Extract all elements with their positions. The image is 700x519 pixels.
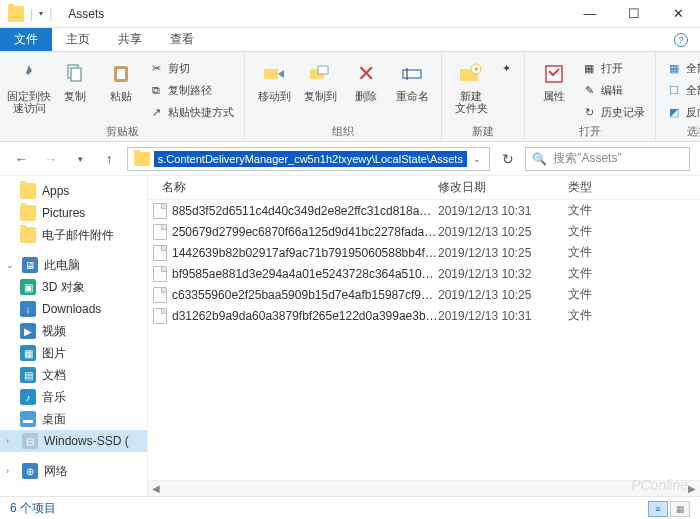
sidebar-item-apps[interactable]: Apps (0, 180, 147, 202)
details-view-button[interactable]: ≡ (648, 501, 668, 517)
open-button[interactable]: ▦打开 (579, 58, 647, 78)
svg-rect-4 (264, 69, 278, 79)
new-folder-button[interactable]: ✦新建 文件夹 (450, 56, 492, 114)
history-button[interactable]: ↻历史记录 (579, 102, 647, 122)
sidebar-item-desktop[interactable]: ▬桌面 (0, 408, 147, 430)
column-type[interactable]: 类型 (568, 179, 700, 196)
close-button[interactable]: ✕ (656, 0, 700, 28)
file-row[interactable]: c63355960e2f25baa5909b15d7e4afb15987cf96… (148, 284, 700, 305)
properties-button[interactable]: 属性 (533, 56, 575, 102)
svg-rect-7 (403, 70, 421, 78)
titlebar: | ▾ | Assets — ☐ ✕ (0, 0, 700, 28)
file-icon (153, 308, 167, 324)
chevron-right-icon[interactable]: › (6, 436, 16, 446)
invert-selection-button[interactable]: ◩反向选择 (664, 102, 700, 122)
path-icon: ⧉ (148, 82, 164, 98)
address-dropdown[interactable]: ⌄ (467, 154, 487, 164)
recent-locations-button[interactable]: ▾ (68, 147, 91, 171)
cut-button[interactable]: ✂剪切 (146, 58, 236, 78)
address-path[interactable]: s.ContentDeliveryManager_cw5n1h2txyewy\L… (154, 151, 467, 167)
chevron-right-icon[interactable]: › (6, 466, 16, 476)
drive-icon: ⊟ (22, 433, 38, 449)
pc-icon: 🖥 (22, 257, 38, 273)
new-item-button[interactable]: ✦ (496, 58, 516, 78)
svg-text:✦: ✦ (473, 65, 480, 74)
sidebar-item-music[interactable]: ♪音乐 (0, 386, 147, 408)
refresh-button[interactable]: ↻ (496, 147, 519, 171)
edit-button[interactable]: ✎编辑 (579, 80, 647, 100)
sidebar-item-downloads[interactable]: ↓Downloads (0, 298, 147, 320)
file-icon (153, 224, 167, 240)
tab-file[interactable]: 文件 (0, 28, 52, 51)
rename-button[interactable]: 重命名 (391, 56, 433, 102)
file-list-pane: 名称 修改日期 类型 885d3f52d6511c4d40c349d2e8e2f… (148, 176, 700, 496)
paste-button[interactable]: 粘贴 (100, 56, 142, 102)
file-type: 文件 (568, 244, 700, 261)
ribbon: 固定到快 速访问 复制 粘贴 ✂剪切 ⧉复制路径 ↗粘贴快捷方式 剪贴板 移动到… (0, 52, 700, 142)
folder-icon (20, 183, 36, 199)
copy-button[interactable]: 复制 (54, 56, 96, 102)
separator: | (30, 7, 33, 21)
file-name: d31262b9a9da60a3879fbf265e122d0a399ae3b6… (172, 309, 438, 323)
select-none-button[interactable]: ☐全部取消 (664, 80, 700, 100)
delete-button[interactable]: ✕删除 (345, 56, 387, 102)
file-type: 文件 (568, 223, 700, 240)
group-new-label: 新建 (450, 122, 516, 139)
column-name[interactable]: 名称 (148, 179, 438, 196)
search-icon: 🔍 (532, 152, 547, 166)
folder-icon (20, 205, 36, 221)
sidebar-item-ssd[interactable]: ›⊟Windows-SSD ( (0, 430, 147, 452)
sidebar-item-3d[interactable]: ▣3D 对象 (0, 276, 147, 298)
new-icon: ✦ (498, 60, 514, 76)
file-row[interactable]: 885d3f52d6511c4d40c349d2e8e2ffc31cd818a4… (148, 200, 700, 221)
address-bar[interactable]: s.ContentDeliveryManager_cw5n1h2txyewy\L… (127, 147, 490, 171)
svg-rect-6 (318, 66, 328, 74)
file-list[interactable]: 885d3f52d6511c4d40c349d2e8e2ffc31cd818a4… (148, 200, 700, 480)
chevron-down-icon[interactable]: ⌄ (6, 260, 16, 270)
column-date[interactable]: 修改日期 (438, 179, 568, 196)
horizontal-scrollbar[interactable]: ◀▶ (148, 480, 700, 496)
sidebar-item-mail[interactable]: 电子邮件附件 (0, 224, 147, 246)
icons-view-button[interactable]: ▦ (670, 501, 690, 517)
select-all-button[interactable]: ▦全部选择 (664, 58, 700, 78)
file-name: 1442639b82b02917af9ac71b79195060588bb4fa… (172, 246, 438, 260)
file-row[interactable]: 1442639b82b02917af9ac71b79195060588bb4fa… (148, 242, 700, 263)
svg-rect-1 (71, 68, 81, 81)
file-icon (153, 287, 167, 303)
moveto-icon (260, 60, 288, 88)
up-button[interactable]: ↑ (98, 147, 121, 171)
sidebar-item-network[interactable]: ›⊕网络 (0, 460, 147, 482)
pin-to-quick-access-button[interactable]: 固定到快 速访问 (8, 56, 50, 114)
sidebar-item-videos[interactable]: ▶视频 (0, 320, 147, 342)
sidebar-item-docs[interactable]: ▤文档 (0, 364, 147, 386)
sidebar-item-pictures[interactable]: Pictures (0, 202, 147, 224)
search-box[interactable]: 🔍 搜索"Assets" (525, 147, 690, 171)
paste-shortcut-button[interactable]: ↗粘贴快捷方式 (146, 102, 236, 122)
copy-path-button[interactable]: ⧉复制路径 (146, 80, 236, 100)
file-date: 2019/12/13 10:32 (438, 267, 568, 281)
tab-view[interactable]: 查看 (156, 28, 208, 51)
sidebar-item-images[interactable]: ▦图片 (0, 342, 147, 364)
desktop-icon: ▬ (20, 411, 36, 427)
tab-home[interactable]: 主页 (52, 28, 104, 51)
sidebar-item-thispc[interactable]: ⌄🖥此电脑 (0, 254, 147, 276)
file-type: 文件 (568, 202, 700, 219)
minimize-button[interactable]: — (568, 0, 612, 28)
back-button[interactable]: ← (10, 147, 33, 171)
qat-dropdown[interactable]: ▾ (39, 9, 43, 18)
maximize-button[interactable]: ☐ (612, 0, 656, 28)
folder-icon (134, 152, 150, 166)
file-row[interactable]: bf9585ae881d3e294a4a01e5243728c364a510d3… (148, 263, 700, 284)
tab-share[interactable]: 共享 (104, 28, 156, 51)
file-row[interactable]: 250679d2799ec6870f66a125d9d41bc2278fada0… (148, 221, 700, 242)
file-row[interactable]: d31262b9a9da60a3879fbf265e122d0a399ae3b6… (148, 305, 700, 326)
help-icon[interactable]: ? (674, 33, 688, 47)
navigation-pane[interactable]: Apps Pictures 电子邮件附件 ⌄🖥此电脑 ▣3D 对象 ↓Downl… (0, 176, 148, 496)
3d-icon: ▣ (20, 279, 36, 295)
forward-button[interactable]: → (39, 147, 62, 171)
folder-icon (20, 227, 36, 243)
file-type: 文件 (568, 307, 700, 324)
move-to-button[interactable]: 移动到 (253, 56, 295, 102)
main-area: Apps Pictures 电子邮件附件 ⌄🖥此电脑 ▣3D 对象 ↓Downl… (0, 176, 700, 496)
copy-to-button[interactable]: 复制到 (299, 56, 341, 102)
